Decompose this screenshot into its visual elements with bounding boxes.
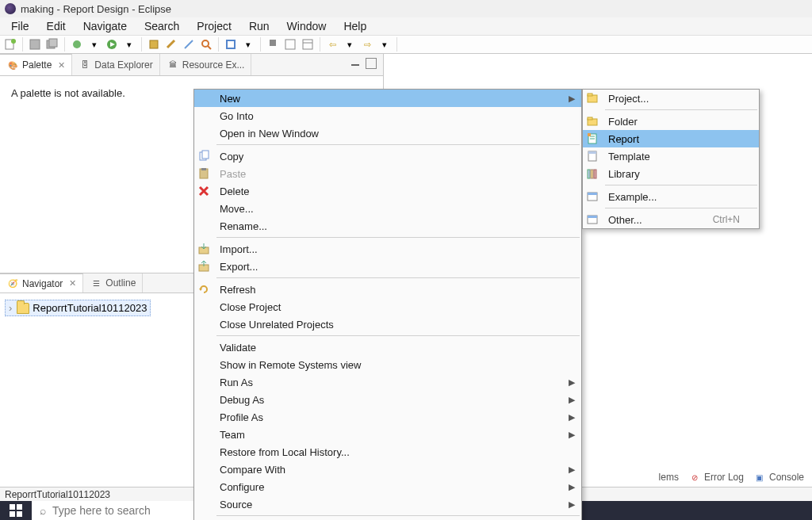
build-icon[interactable] xyxy=(147,37,161,52)
tab-outline[interactable]: ☰ Outline xyxy=(83,273,143,292)
menu-item-label: Export... xyxy=(215,261,546,273)
menu-item-source[interactable]: Source▶ xyxy=(194,495,581,513)
svg-rect-8 xyxy=(150,40,158,48)
wand-icon[interactable] xyxy=(182,37,196,52)
back-icon[interactable]: ⇦ xyxy=(325,37,339,52)
menu-item-open-in-new-window[interactable]: Open in New Window xyxy=(194,124,581,142)
save-icon[interactable] xyxy=(28,37,42,52)
tab-console[interactable]: ▣ Console xyxy=(753,471,804,484)
svg-rect-37 xyxy=(588,170,590,178)
menu-search[interactable]: Search xyxy=(136,18,187,34)
new-window-icon[interactable] xyxy=(301,37,315,52)
console-icon: ▣ xyxy=(753,471,766,484)
tab-navigator[interactable]: 🧭 Navigator ✕ xyxy=(0,273,83,292)
tab-error-log[interactable]: ⊘ Error Log xyxy=(688,471,744,484)
svg-rect-15 xyxy=(303,40,312,49)
menu-item-run-as[interactable]: Run As▶ xyxy=(194,373,581,391)
menu-item-profile-as[interactable]: Profile As▶ xyxy=(194,408,581,426)
menu-item-label: Import... xyxy=(215,243,546,255)
tab-palette[interactable]: 🎨 Palette ✕ xyxy=(0,54,72,75)
template-icon xyxy=(584,150,600,162)
window-title: making - Report Design - Eclipse xyxy=(21,3,171,15)
menu-item-validate[interactable]: Validate xyxy=(194,338,581,356)
menu-item-refresh[interactable]: Refresh xyxy=(194,281,581,298)
close-tab-icon[interactable]: ✕ xyxy=(69,278,76,289)
tab-problems[interactable]: lems xyxy=(659,472,679,483)
svg-rect-13 xyxy=(270,40,276,46)
menu-item-label: Refresh xyxy=(215,284,546,296)
start-button[interactable] xyxy=(0,501,32,520)
menu-item-label: Debug As xyxy=(215,394,546,406)
menu-item-copy[interactable]: Copy xyxy=(194,147,581,165)
menu-run[interactable]: Run xyxy=(241,18,278,34)
menu-item-delete[interactable]: Delete xyxy=(194,182,581,200)
dropdown-icon[interactable]: ▾ xyxy=(377,37,392,52)
dropdown-icon[interactable]: ▾ xyxy=(122,37,136,52)
new-submenu[interactable]: Project...FolderReportTemplateLibraryExa… xyxy=(582,89,760,229)
menu-item-team[interactable]: Team▶ xyxy=(194,426,581,443)
menu-item-import[interactable]: Import... xyxy=(194,240,581,258)
menu-item-new[interactable]: New▶ xyxy=(194,90,581,107)
open-type-icon[interactable] xyxy=(283,37,297,52)
menu-item-debug-as[interactable]: Debug As▶ xyxy=(194,391,581,408)
view-tabs-top: 🎨 Palette ✕ 🗄 Data Explorer 🏛 Resource E… xyxy=(0,54,383,76)
title-bar: making - Report Design - Eclipse xyxy=(0,0,812,17)
menu-item-other[interactable]: Other...Ctrl+N xyxy=(583,211,759,228)
example-icon xyxy=(584,190,600,203)
tab-resource-explorer[interactable]: 🏛 Resource Ex... xyxy=(160,54,252,75)
project-tree-item[interactable]: › ReporrtTutorial10112023 xyxy=(5,300,151,316)
separator xyxy=(320,37,320,52)
search-placeholder: Type here to search xyxy=(52,504,151,517)
minimize-view-icon[interactable] xyxy=(348,58,362,72)
svg-point-9 xyxy=(202,40,209,47)
menu-item-library[interactable]: Library xyxy=(583,165,759,182)
menu-file[interactable]: File xyxy=(3,18,37,34)
menu-item-close-unrelated-projects[interactable]: Close Unrelated Projects xyxy=(194,315,581,333)
new-icon[interactable] xyxy=(3,37,17,52)
svg-rect-34 xyxy=(588,133,591,136)
menu-item-rename[interactable]: Rename... xyxy=(194,217,581,235)
menu-project[interactable]: Project xyxy=(189,18,239,34)
menu-item-example[interactable]: Example... xyxy=(583,188,759,205)
menu-item-configure[interactable]: Configure▶ xyxy=(194,478,581,495)
menu-item-close-project[interactable]: Close Project xyxy=(194,298,581,315)
run-icon[interactable] xyxy=(105,37,119,52)
debug-icon[interactable] xyxy=(70,37,84,52)
menu-item-export[interactable]: Export... xyxy=(194,258,581,275)
menu-item-move[interactable]: Move... xyxy=(194,200,581,217)
dropdown-icon[interactable]: ▾ xyxy=(343,37,357,52)
forward-icon[interactable]: ⇨ xyxy=(360,37,374,52)
menu-item-go-into[interactable]: Go Into xyxy=(194,107,581,124)
menu-item-template[interactable]: Template xyxy=(583,147,759,165)
menu-item-label: Library xyxy=(603,168,724,180)
context-menu[interactable]: New▶Go IntoOpen in New WindowCopyPasteDe… xyxy=(193,89,582,520)
svg-rect-44 xyxy=(10,504,15,510)
menu-item-restore-from-local-history[interactable]: Restore from Local History... xyxy=(194,443,581,461)
menu-item-project[interactable]: Project... xyxy=(583,90,759,107)
separator xyxy=(260,37,261,52)
tab-data-explorer[interactable]: 🗄 Data Explorer xyxy=(72,54,159,75)
maximize-view-icon[interactable] xyxy=(366,58,377,69)
menu-window[interactable]: Window xyxy=(279,18,335,34)
submenu-arrow-icon: ▶ xyxy=(562,94,576,104)
paint-icon[interactable] xyxy=(164,37,178,52)
search-icon: ⌕ xyxy=(40,504,46,517)
menu-help[interactable]: Help xyxy=(335,18,374,34)
save-all-icon[interactable] xyxy=(45,37,59,52)
menu-item-report[interactable]: Report xyxy=(583,130,759,147)
dropdown-icon[interactable]: ▾ xyxy=(87,37,102,52)
menu-item-label: Project... xyxy=(603,93,724,105)
search-icon[interactable] xyxy=(199,37,213,52)
menu-item-show-in-remote-systems-view[interactable]: Show in Remote Systems view xyxy=(194,356,581,373)
menu-item-folder[interactable]: Folder xyxy=(583,113,759,130)
menu-edit[interactable]: Edit xyxy=(39,18,74,34)
toggle-breadcrumb-icon[interactable] xyxy=(224,37,238,52)
menu-navigate[interactable]: Navigate xyxy=(75,18,135,34)
pin-icon[interactable] xyxy=(266,37,280,52)
close-tab-icon[interactable]: ✕ xyxy=(58,60,65,71)
menu-item-label: Delete xyxy=(215,185,546,197)
tab-resource-explorer-label: Resource Ex... xyxy=(182,59,245,71)
menu-item-compare-with[interactable]: Compare With▶ xyxy=(194,461,581,478)
expand-icon[interactable]: › xyxy=(9,302,13,314)
dropdown-icon[interactable]: ▾ xyxy=(241,37,255,52)
